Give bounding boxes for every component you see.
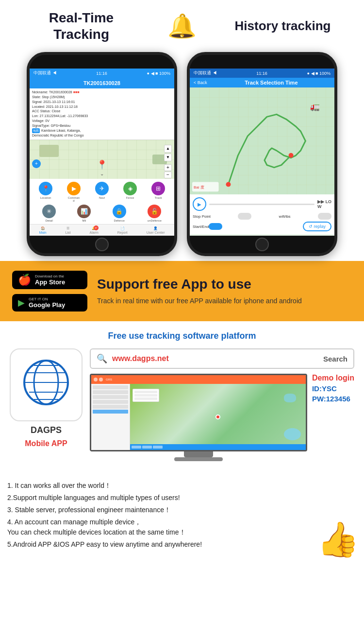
svg-point-0 <box>226 182 231 187</box>
google-play-icon: ▶ <box>18 297 25 308</box>
defence-circle: 🔒 <box>113 205 126 218</box>
undefence-label: unDefence <box>148 219 162 222</box>
left-phone-top <box>30 55 174 69</box>
left-status-bar: 中国联通 ◀ 11:16 ● ◀ ■ 100% <box>30 69 174 78</box>
battery: ● ◀ ■ 100% <box>147 71 170 76</box>
sidebar-item <box>93 405 128 409</box>
nav-up[interactable]: ▲ <box>164 145 172 153</box>
app-logo <box>10 348 83 421</box>
start-end-row: Start/End ↺ replay <box>193 222 331 231</box>
back-btn[interactable]: < Back <box>194 80 207 85</box>
toolbar-dot-2 <box>99 378 103 381</box>
map-nav: ▲ ▼ <box>164 145 172 161</box>
bar-item <box>142 446 152 449</box>
action-track[interactable]: ⊞ Track <box>151 182 165 202</box>
bar-item <box>132 446 141 449</box>
google-play-badge[interactable]: ▶ GET IT ON Google Play <box>12 294 87 311</box>
info-line-3: Signal: 2021-10-13 11:16:01 <box>32 100 172 104</box>
defence-label: Defence <box>114 219 124 222</box>
tab-report[interactable]: 📄 Report <box>117 226 128 234</box>
carrier: 中国联通 ◀ <box>33 70 57 76</box>
tab-list-label: List <box>66 231 71 234</box>
platform-right: 🔍 www.dagps.net Search GRS <box>90 348 354 461</box>
speed-label: ▶▶ LOW <box>317 199 331 209</box>
action-command[interactable]: ▶ Command <box>67 182 81 202</box>
right-phone-notch <box>243 55 281 62</box>
search-url: www.dagps.net <box>112 354 318 363</box>
zoom-out[interactable]: − <box>164 172 172 178</box>
bottom-section: Free use tracking software platform <box>0 321 364 476</box>
header-center: 🔔 <box>158 13 206 40</box>
action-navi[interactable]: ✈ Navi <box>95 182 109 202</box>
app-store-main: App Store <box>35 278 65 286</box>
tab-report-label: Report <box>117 231 128 234</box>
location-btn[interactable]: + <box>32 159 41 168</box>
feature-3: 3. Stable server, professional engineer … <box>7 505 357 515</box>
demo-login-box: Demo login ID:YSC PW:123456 <box>312 374 354 403</box>
realtime-title: Real-Time Tracking <box>49 10 114 42</box>
location-circle: 📍 <box>39 182 52 195</box>
search-button[interactable]: Search <box>323 355 347 363</box>
time: 11:16 <box>96 71 107 76</box>
phones-row: 中国联通 ◀ 11:16 ● ◀ ■ 100% TK2001630028 Nic… <box>5 52 359 256</box>
wifi-toggle[interactable] <box>318 213 331 220</box>
tab-alarm[interactable]: 🔔 47 Alarm <box>90 226 99 234</box>
info-line <box>134 391 157 393</box>
right-home-button[interactable] <box>255 238 269 251</box>
left-phone: 中国联通 ◀ 11:16 ● ◀ ■ 100% TK2001630028 Nic… <box>27 52 177 256</box>
left-home-button[interactable] <box>95 238 109 251</box>
app-logo-container: DAGPS Mobile APP <box>10 348 83 448</box>
info-line-5: ACC Status: Close <box>32 109 172 114</box>
search-bar: 🔍 www.dagps.net Search <box>90 348 354 369</box>
tab-main[interactable]: 🏠 Main <box>39 226 46 234</box>
thumbs-up-icon: 👍 <box>317 519 359 559</box>
monitor-container: GRS <box>90 374 354 461</box>
nav-down[interactable]: ▼ <box>164 154 172 161</box>
header-right: History tracking <box>206 18 359 34</box>
play-button[interactable]: ▶ <box>193 197 206 211</box>
track-map: Bai 度 🚛 <box>190 87 334 194</box>
location-label: Location <box>40 196 51 199</box>
middle-text: Support free App to use Track in real ti… <box>97 277 352 306</box>
app-store-text: Download on the App Store <box>35 274 65 286</box>
action-mil[interactable]: 📊 Mil <box>77 205 91 222</box>
left-phone-notch <box>83 55 121 62</box>
action-location[interactable]: 📍 Location <box>39 182 52 202</box>
tab-list[interactable]: ☰ List <box>66 226 71 234</box>
monitor-toolbar: GRS <box>91 375 306 384</box>
tab-bar: 🏠 Main ☰ List 🔔 47 Alarm 📄 Report <box>30 224 174 236</box>
monitor-wrap: GRS <box>90 374 307 461</box>
mobile-app-label: Mobile APP <box>25 439 67 448</box>
stop-point-toggle[interactable] <box>238 213 251 220</box>
action-fence[interactable]: ◈ Fence <box>123 182 137 202</box>
track-marker: 🚛 <box>310 102 320 111</box>
tab-main-label: Main <box>39 231 46 234</box>
start-end-toggle[interactable] <box>209 223 222 230</box>
action-defence[interactable]: 🔒 Defence <box>113 205 126 222</box>
bell-icon: 🔔 <box>167 13 197 40</box>
left-map: 📍 ▲ ▼ + − + ⌄ <box>30 140 174 179</box>
app-store-badge[interactable]: 🍎 Download on the App Store <box>12 271 87 289</box>
info-line-10: Democratic Republic of the Congo <box>32 133 172 138</box>
app-name: DAGPS <box>31 425 62 435</box>
monitor-sidebar <box>91 384 130 450</box>
search-icon: 🔍 <box>97 353 107 364</box>
action-detail[interactable]: ✳ Detail <box>42 205 56 222</box>
svg-text:Bai 度: Bai 度 <box>194 186 204 190</box>
demo-login-pw: PW:123456 <box>312 395 354 403</box>
tab-main-icon: 🏠 <box>41 226 45 230</box>
right-phone: 中国联通 ◀ 11:16 ● ◀ ■ 100% < Back Track Sel… <box>187 52 337 256</box>
monitor-content <box>91 384 306 450</box>
history-title: History tracking <box>206 18 359 34</box>
action-undefence[interactable]: 🔓 unDefence <box>148 205 162 222</box>
tab-user[interactable]: 👤 User Center <box>147 226 165 234</box>
sidebar-item-active <box>93 410 128 414</box>
tab-user-label: User Center <box>147 231 165 234</box>
replay-btn[interactable]: ↺ replay <box>303 222 331 231</box>
stop-point-label: Stop Point <box>193 214 211 219</box>
zoom-in[interactable]: + <box>164 164 172 171</box>
right-time: 11:16 <box>256 71 267 76</box>
header-left: Real-Time Tracking <box>5 10 158 42</box>
expand-btn[interactable]: ⌄ <box>100 171 104 176</box>
map-pin: 📍 <box>97 159 107 170</box>
